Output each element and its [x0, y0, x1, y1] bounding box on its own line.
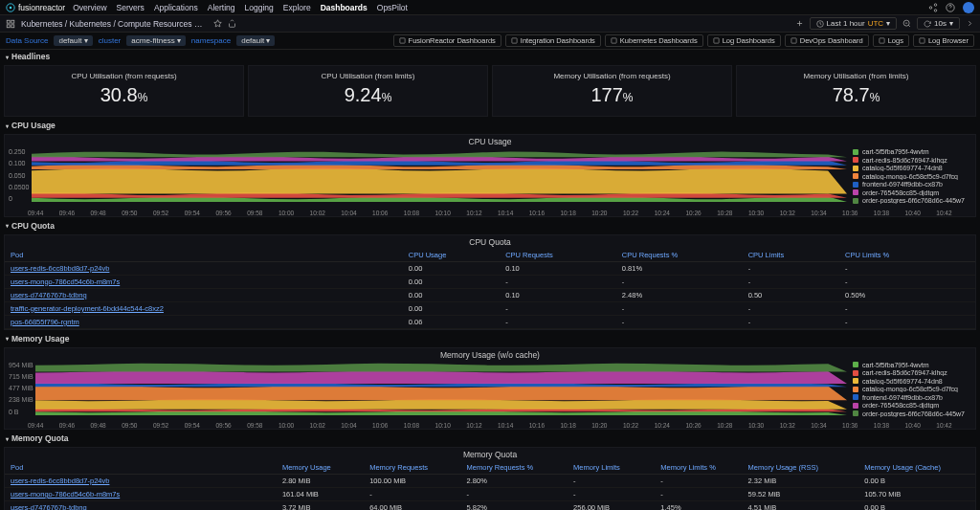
var-cluster[interactable]: acme-fitness ▾ [126, 35, 186, 46]
cell: 0.10 [500, 261, 616, 275]
legend-label: order-postgres-6f6c768d6c-445w7 [862, 197, 965, 204]
legend-item[interactable]: frontend-6974ff9dbb-cx87b [853, 181, 971, 188]
breadcrumb[interactable]: Kubernetes / Kubernetes / Compute Resour… [21, 19, 202, 29]
link-devops-dashboard[interactable]: DevOps Dashboard [785, 34, 869, 47]
var-data-source[interactable]: default ▾ [54, 35, 92, 46]
cell: - [655, 488, 742, 501]
column-header[interactable]: Pod [5, 249, 403, 262]
legend-item[interactable]: catalog-5d5f669774-74dn8 [853, 165, 971, 171]
pod-link[interactable]: users-mongo-786cd54c6b-m8m7s [5, 488, 277, 501]
cell: - [568, 475, 655, 488]
column-header[interactable]: CPU Requests [500, 249, 616, 262]
column-header[interactable]: CPU Usage [403, 249, 500, 262]
legend-label: frontend-6974ff9dbb-cx87b [862, 181, 943, 188]
legend-swatch [853, 173, 858, 179]
column-header[interactable]: Memory Usage (Cache) [858, 461, 975, 475]
pod-link[interactable]: users-mongo-786cd54c6b-m8m7s [5, 275, 403, 288]
legend-item[interactable]: order-765458cc85-djdtgm [853, 189, 971, 196]
pod-link[interactable]: users-d7476767b-tdbnq [5, 501, 277, 511]
help-icon[interactable] [946, 3, 955, 12]
legend-item[interactable]: order-postgres-6f6c768d6c-445w7 [853, 197, 971, 204]
cell: 59.52 MiB [743, 488, 859, 501]
svg-rect-6 [7, 20, 10, 23]
time-range-picker[interactable]: Last 1 hour UTC ▾ [810, 17, 897, 30]
column-header[interactable]: Memory Usage (RSS) [743, 461, 859, 475]
expand-icon[interactable] [966, 19, 974, 28]
column-header[interactable]: Memory Requests % [461, 461, 568, 475]
nav-opspilot[interactable]: OpsPilot [377, 3, 408, 12]
column-header[interactable]: Memory Requests [364, 461, 460, 475]
user-avatar[interactable] [963, 2, 974, 13]
column-header[interactable]: Memory Limits % [655, 461, 742, 475]
var-namespace[interactable]: default ▾ [236, 35, 275, 46]
cell: - [364, 488, 460, 501]
link-fusionreactor-dashboards[interactable]: FusionReactor Dashboards [393, 34, 501, 47]
nav-explore[interactable]: Explore [283, 3, 311, 12]
pod-link[interactable]: users-redis-6cc8bbd8d7-p24vb [5, 261, 403, 275]
column-header[interactable]: Memory Usage [277, 461, 364, 475]
memory-usage-panel: Memory Usage (w/o cache) 954 MiB715 MiB4… [4, 347, 976, 431]
pod-link[interactable]: users-d7476767b-tdbnq [5, 288, 403, 301]
column-header[interactable]: Memory Limits [568, 461, 655, 475]
link-log-dashboards[interactable]: Log Dashboards [707, 34, 781, 47]
table-row: users-d7476767b-tdbnq0.000.102.48%0.500.… [5, 288, 975, 301]
legend-item[interactable]: catalog-mongo-6c58cf5c9-d7fcq [853, 173, 971, 180]
link-logs[interactable]: Logs [873, 34, 909, 47]
legend-item[interactable]: catalog-5d5f669774-74dn8 [853, 378, 971, 385]
nav-applications[interactable]: Applications [154, 3, 198, 12]
refresh-picker[interactable]: 10s ▾ [917, 17, 960, 30]
legend-swatch [853, 149, 858, 155]
cell: - [743, 301, 839, 315]
zoom-out-icon[interactable] [902, 19, 911, 28]
table-row: users-redis-6cc8bbd8d7-p24vb0.000.100.81… [5, 261, 975, 275]
legend-item[interactable]: cart-5f5fba795f-4wvtm [853, 362, 971, 368]
star-icon[interactable] [213, 19, 222, 28]
legend-item[interactable]: frontend-6974ff9dbb-cx87b [853, 394, 971, 401]
share-icon[interactable] [928, 3, 938, 12]
share-dashboard-icon[interactable] [228, 19, 236, 28]
brand-logo[interactable]: fusionreactor [6, 3, 65, 12]
section-cpu-quota[interactable]: CPU Quota [0, 219, 980, 233]
column-header[interactable]: CPU Requests % [616, 249, 743, 262]
cell: - [568, 488, 655, 501]
legend-swatch [853, 387, 858, 392]
memory-chart-area[interactable] [35, 362, 847, 415]
cell: 256.00 MiB [568, 501, 655, 511]
legend-item[interactable]: order-postgres-6f6c768d6c-445w7 [853, 410, 971, 417]
legend-item[interactable]: cart-redis-85d6c76947-klhqz [853, 369, 971, 376]
nav-overview[interactable]: Overview [73, 3, 106, 12]
section-memory-quota[interactable]: Memory Quota [0, 432, 980, 445]
nav-alerting[interactable]: Alerting [208, 3, 235, 12]
section-cpu-usage[interactable]: CPU Usage [0, 119, 980, 132]
legend-item[interactable]: cart-5f5fba795f-4wvtm [853, 148, 971, 155]
brand-name: fusionreactor [18, 3, 65, 12]
panel-title: CPU Quota [5, 235, 975, 249]
cpu-chart-area[interactable] [32, 148, 847, 202]
column-header[interactable]: CPU Limits % [839, 249, 975, 262]
nav-logging[interactable]: Logging [245, 3, 274, 12]
template-variable-bar: Data Sourcedefault ▾clusteracme-fitness … [0, 33, 980, 50]
legend-item[interactable]: catalog-mongo-6c58cf5c9-d7fcq [853, 386, 971, 392]
legend-item[interactable]: cart-redis-85d6c76947-klhqz [853, 157, 971, 164]
section-memory-usage[interactable]: Memory Usage [0, 332, 980, 345]
pod-link[interactable]: traffic-generator-deployment-6bdd44c544-… [5, 301, 403, 315]
chevron-down-icon: ▾ [949, 19, 953, 28]
link-log-browser[interactable]: Log Browser [913, 34, 974, 47]
stat-value: 30.8% [5, 84, 243, 106]
stat-value: 9.24% [249, 84, 487, 106]
link-kubernetes-dashboards[interactable]: Kubernetes Dashboards [605, 34, 703, 47]
nav-servers[interactable]: Servers [117, 3, 145, 12]
column-header[interactable]: CPU Limits [743, 249, 839, 262]
link-integration-dashboards[interactable]: Integration Dashboards [505, 34, 601, 47]
section-headlines[interactable]: Headlines [0, 50, 980, 63]
legend-item[interactable]: order-765458cc85-djdtgm [853, 402, 971, 409]
pod-link[interactable]: users-redis-6cc8bbd8d7-p24vb [5, 475, 277, 488]
add-panel-icon[interactable] [795, 19, 804, 28]
stat-value: 177% [493, 84, 731, 106]
cell: 100.00 MiB [364, 475, 460, 488]
column-header[interactable]: Pod [5, 461, 277, 475]
svg-rect-21 [791, 38, 796, 43]
memory-quota-panel: Memory Quota PodMemory UsageMemory Reque… [4, 447, 976, 510]
nav-dashboards[interactable]: Dashboards [321, 3, 368, 12]
pod-link[interactable]: pos-66855f796-rgntm [5, 315, 403, 328]
